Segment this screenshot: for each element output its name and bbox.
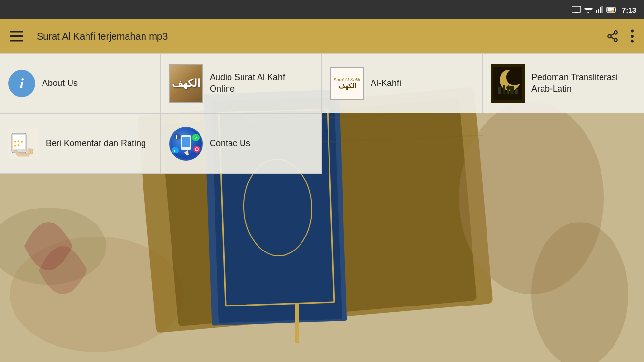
menu-item-audio[interactable]: الكهف Audio Surat Al Kahfi Online: [161, 53, 322, 113]
svg-line-19: [611, 37, 614, 39]
svg-rect-10: [615, 9, 616, 11]
svg-point-23: [631, 40, 634, 43]
svg-line-20: [611, 33, 614, 35]
signal-icon: [596, 6, 603, 13]
hamburger-icon: [10, 31, 23, 42]
svg-point-18: [614, 38, 617, 42]
svg-point-60: [174, 133, 181, 140]
book-cover: الكهف: [170, 65, 202, 102]
menu-item-alkahfi[interactable]: Surat Al-Kahfi الكهف Al-Kahfi: [322, 53, 483, 113]
svg-rect-6: [598, 9, 599, 13]
menu-item-komentar[interactable]: ★★★ ★★ Beri Komentar dan Rating: [0, 113, 161, 174]
svg-point-17: [608, 35, 611, 38]
svg-rect-8: [601, 6, 603, 13]
svg-rect-14: [10, 35, 23, 37]
info-icon: i: [8, 70, 35, 97]
svg-marker-4: [587, 12, 590, 13]
svg-point-40: [506, 69, 522, 85]
pedoman-label: Pedoman Transliterasi Arab-Latin: [531, 72, 636, 95]
svg-rect-15: [10, 40, 23, 42]
svg-point-21: [631, 30, 634, 33]
svg-rect-42: [498, 87, 501, 94]
more-icon: [630, 29, 634, 43]
book-arabic-text: الكهف: [172, 77, 200, 90]
share-button[interactable]: [604, 28, 621, 44]
svg-rect-54: [30, 149, 33, 154]
menu-button[interactable]: [8, 29, 25, 43]
komentar-label: Beri Komentar dan Rating: [46, 138, 146, 149]
svg-rect-7: [600, 7, 601, 13]
svg-rect-1: [575, 12, 578, 13]
contact-svg: ✓ f t: [171, 128, 202, 159]
wifi-icon: [584, 6, 593, 13]
book-icon: الكهف: [169, 64, 203, 103]
alkahfi-icon: Surat Al-Kahfi الكهف: [330, 67, 364, 100]
svg-point-64: [172, 147, 179, 153]
app-bar-actions: [604, 28, 636, 45]
menu-grid: i About Us الكهف Audio Surat Al Kahfi On…: [0, 53, 644, 174]
contact-label: Contac Us: [210, 138, 250, 149]
app-bar: Surat Al Kahfi terjemahan mp3: [0, 19, 644, 53]
menu-item-contact[interactable]: ✓ f t Contac Us: [161, 113, 322, 174]
audio-label: Audio Surat Al Kahfi Online: [210, 72, 314, 95]
svg-rect-33: [295, 304, 299, 343]
screen-icon: [572, 6, 581, 14]
svg-rect-5: [596, 10, 597, 13]
svg-rect-48: [508, 85, 509, 88]
status-icons: ⚡ 7:13: [572, 6, 636, 14]
svg-text:★★: ★★: [14, 143, 20, 148]
svg-rect-53: [28, 148, 30, 154]
about-us-label: About Us: [42, 78, 78, 89]
svg-point-22: [631, 35, 634, 38]
svg-point-37: [531, 222, 628, 362]
svg-rect-43: [503, 85, 505, 94]
svg-text:⚡: ⚡: [610, 8, 615, 13]
app-container: ⚡ 7:13 Surat Al Kahfi terjemahan mp3: [0, 0, 644, 362]
status-bar: ⚡ 7:13: [0, 0, 644, 19]
contact-icon: ✓ f t: [169, 127, 203, 161]
svg-rect-46: [515, 89, 518, 94]
more-button[interactable]: [629, 28, 636, 45]
alkahfi-label: Al-Kahfi: [371, 78, 401, 89]
svg-rect-13: [10, 31, 23, 33]
rating-icon: ★★★ ★★: [8, 128, 39, 159]
svg-point-62: [193, 146, 200, 153]
alkahfi-arabic: الكهف: [338, 82, 356, 90]
svg-text:✓: ✓: [194, 136, 198, 140]
info-letter: i: [20, 75, 24, 92]
svg-text:t: t: [174, 149, 175, 153]
share-icon: [606, 30, 619, 42]
svg-point-16: [614, 31, 617, 34]
status-time: 7:13: [622, 6, 636, 14]
alkahfi-title-text: Surat Al-Kahfi: [333, 77, 360, 82]
svg-rect-57: [182, 137, 190, 147]
svg-rect-0: [572, 6, 581, 12]
moon-icon-container: [491, 64, 525, 103]
app-bar-title: Surat Al Kahfi terjemahan mp3: [37, 31, 597, 42]
moon-city-icon: [493, 67, 522, 100]
rating-svg: ★★★ ★★: [9, 129, 38, 158]
battery-icon: ⚡: [606, 6, 617, 13]
menu-item-about-us[interactable]: i About Us: [0, 53, 161, 113]
menu-item-pedoman[interactable]: Pedoman Transliterasi Arab-Latin: [483, 53, 644, 113]
